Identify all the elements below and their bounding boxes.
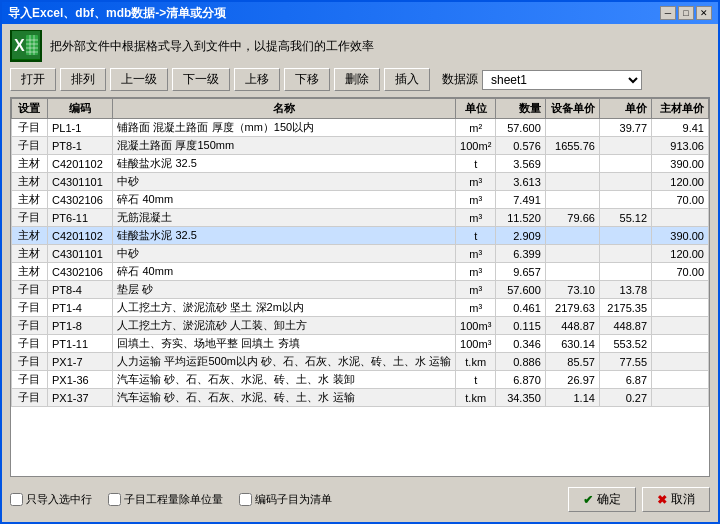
table-cell: 0.576	[496, 137, 545, 155]
table-cell: 子目	[12, 299, 48, 317]
maximize-button[interactable]: □	[678, 6, 694, 20]
table-cell: C4302106	[47, 263, 112, 281]
table-row[interactable]: 子目PT1-4人工挖土方、淤泥流砂 坚土 深2m以内m³0.4612179.63…	[12, 299, 709, 317]
open-button[interactable]: 打开	[10, 68, 56, 91]
table-cell: 100m³	[456, 317, 496, 335]
table-cell: PT8-4	[47, 281, 112, 299]
table-row[interactable]: 子目PT6-11无筋混凝土m³11.52079.6655.12	[12, 209, 709, 227]
checkbox-quantity[interactable]	[108, 493, 121, 506]
table-cell: 448.87	[599, 317, 651, 335]
delete-button[interactable]: 删除	[334, 68, 380, 91]
table-row[interactable]: 子目PT1-8人工挖土方、淤泥流砂 人工装、卸土方100m³0.115448.8…	[12, 317, 709, 335]
table-cell: 2175.35	[599, 299, 651, 317]
table-cell	[599, 173, 651, 191]
table-cell: 100m²	[456, 137, 496, 155]
checkbox-only-selected[interactable]	[10, 493, 23, 506]
table-cell: 硅酸盐水泥 32.5	[113, 227, 456, 245]
table-cell: 主材	[12, 155, 48, 173]
table-cell: 57.600	[496, 119, 545, 137]
table-cell: PT1-11	[47, 335, 112, 353]
prev-button[interactable]: 上一级	[110, 68, 168, 91]
col-header-shebei: 设备单价	[545, 99, 599, 119]
cancel-button[interactable]: ✖ 取消	[642, 487, 710, 512]
table-cell: 55.12	[599, 209, 651, 227]
table-cell: m³	[456, 245, 496, 263]
table-cell: PT1-4	[47, 299, 112, 317]
table-cell: m³	[456, 173, 496, 191]
table-row[interactable]: 主材C4201102硅酸盐水泥 32.5t3.569390.00	[12, 155, 709, 173]
down-button[interactable]: 下移	[284, 68, 330, 91]
table-row[interactable]: 主材C4302106碎石 40mmm³9.65770.00	[12, 263, 709, 281]
table-cell: 子目	[12, 209, 48, 227]
table-cell: 630.14	[545, 335, 599, 353]
table-row[interactable]: 子目PX1-36汽车运输 砂、石、石灰、水泥、砖、土、水 装卸t6.87026.…	[12, 371, 709, 389]
table-cell: 人工挖土方、淤泥流砂 坚土 深2m以内	[113, 299, 456, 317]
table-cell: m³	[456, 209, 496, 227]
table-row[interactable]: 子目PT8-4垫层 砂m³57.60073.1013.78	[12, 281, 709, 299]
table-cell: 无筋混凝土	[113, 209, 456, 227]
table-cell: 主材	[12, 173, 48, 191]
table-row[interactable]: 子目PT1-11回填土、夯实、场地平整 回填土 夯填100m³0.346630.…	[12, 335, 709, 353]
table-cell: 11.520	[496, 209, 545, 227]
table-cell: 77.55	[599, 353, 651, 371]
excel-icon-text: X	[12, 31, 40, 62]
table-cell: 79.66	[545, 209, 599, 227]
up-button[interactable]: 上移	[234, 68, 280, 91]
table-cell: 448.87	[545, 317, 599, 335]
data-table-container[interactable]: 设置 编码 名称 单位 数量 设备单价 单价 主材单价 子目PL1-1铺路面 混…	[10, 97, 710, 477]
table-cell: 0.115	[496, 317, 545, 335]
table-cell: m²	[456, 119, 496, 137]
table-cell	[652, 281, 709, 299]
table-row[interactable]: 主材C4301101中砂m³3.613120.00	[12, 173, 709, 191]
table-cell: 913.06	[652, 137, 709, 155]
table-cell	[545, 227, 599, 245]
table-cell: 13.78	[599, 281, 651, 299]
table-row[interactable]: 子目PL1-1铺路面 混凝土路面 厚度（mm）150以内m²57.60039.7…	[12, 119, 709, 137]
next-button[interactable]: 下一级	[172, 68, 230, 91]
table-cell	[545, 245, 599, 263]
table-cell: 7.491	[496, 191, 545, 209]
table-cell: 3.613	[496, 173, 545, 191]
col-header-danjia: 单价	[599, 99, 651, 119]
table-row[interactable]: 子目PX1-7人力运输 平均运距500m以内 砂、石、石灰、水泥、砖、土、水 运…	[12, 353, 709, 371]
table-cell: 73.10	[545, 281, 599, 299]
table-row[interactable]: 主材C4302106碎石 40mmm³7.49170.00	[12, 191, 709, 209]
title-bar: 导入Excel、dbf、mdb数据->清单或分项 ─ □ ✕	[2, 2, 718, 24]
table-row[interactable]: 主材C4201102硅酸盐水泥 32.5t2.909390.00	[12, 227, 709, 245]
svg-text:X: X	[14, 37, 25, 54]
table-cell: 硅酸盐水泥 32.5	[113, 155, 456, 173]
table-cell: 6.399	[496, 245, 545, 263]
ok-button[interactable]: ✔ 确定	[568, 487, 636, 512]
table-cell: 9.657	[496, 263, 545, 281]
checkbox-item-1[interactable]: 只导入选中行	[10, 492, 92, 507]
checkbox-item-2[interactable]: 子目工程量除单位量	[108, 492, 223, 507]
table-cell	[599, 245, 651, 263]
table-cell: PT6-11	[47, 209, 112, 227]
table-row[interactable]: 子目PX1-37汽车运输 砂、石、石灰、水泥、砖、土、水 运输t.km34.35…	[12, 389, 709, 407]
table-cell: 100m³	[456, 335, 496, 353]
insert-button[interactable]: 插入	[384, 68, 430, 91]
minimize-button[interactable]: ─	[660, 6, 676, 20]
title-controls: ─ □ ✕	[660, 6, 712, 20]
footer: 只导入选中行 子目工程量除单位量 编码子目为清单 ✔ 确定 ✖	[10, 483, 710, 516]
table-cell: 0.461	[496, 299, 545, 317]
table-cell: 主材	[12, 245, 48, 263]
table-cell: 铺路面 混凝土路面 厚度（mm）150以内	[113, 119, 456, 137]
table-cell: 子目	[12, 371, 48, 389]
table-cell: 子目	[12, 137, 48, 155]
col-header-zhucai: 主材单价	[652, 99, 709, 119]
checkbox-item-3[interactable]: 编码子目为清单	[239, 492, 332, 507]
checkbox-encoding[interactable]	[239, 493, 252, 506]
table-cell: PT8-1	[47, 137, 112, 155]
table-cell	[599, 155, 651, 173]
table-row[interactable]: 主材C4301101中砂m³6.399120.00	[12, 245, 709, 263]
table-cell: 子目	[12, 389, 48, 407]
sort-button[interactable]: 排列	[60, 68, 106, 91]
table-cell: 子目	[12, 317, 48, 335]
table-cell: 0.886	[496, 353, 545, 371]
table-cell: m³	[456, 191, 496, 209]
table-cell: m³	[456, 281, 496, 299]
table-row[interactable]: 子目PT8-1混凝土路面 厚度150mm100m²0.5761655.76913…	[12, 137, 709, 155]
close-button[interactable]: ✕	[696, 6, 712, 20]
datasource-select[interactable]: sheet1	[482, 70, 642, 90]
